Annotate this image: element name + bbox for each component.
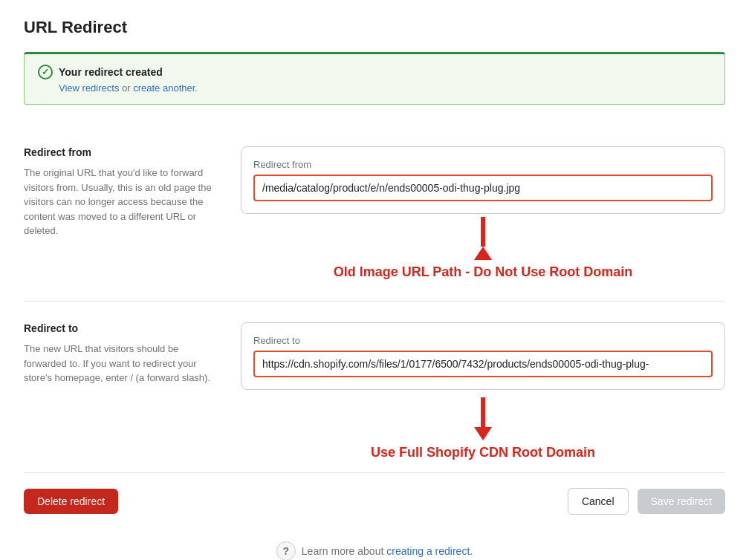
from-annotation-text: Old Image URL Path - Do Not Use Root Dom… [334,264,633,280]
arrow-head-up [474,247,492,260]
success-icon: ✓ [38,65,53,79]
redirect-to-title: Redirect to [24,322,217,334]
learn-more-text: Learn more about creating a redirect. [302,545,473,557]
from-annotation-wrapper: Old Image URL Path - Do Not Use Root Dom… [241,217,725,280]
success-banner-title: ✓ Your redirect created [38,65,711,79]
learn-more-section: ? Learn more about creating a redirect. [24,527,725,560]
to-annotation-wrapper: Use Full Shopify CDN Root Domain [241,397,725,460]
redirect-from-section: Redirect from The original URL that you'… [24,126,725,302]
redirect-to-card-label: Redirect to [253,335,713,346]
arrow-shaft-down [481,397,485,427]
arrow-head-down [474,427,492,440]
redirect-to-desc: The new URL that visitors should be forw… [24,342,217,385]
redirect-to-input[interactable] [253,351,713,377]
footer-bar: Delete redirect Cancel Save redirect [24,472,725,527]
redirect-to-section: Redirect to The new URL that visitors sh… [24,302,725,460]
save-redirect-button[interactable]: Save redirect [638,489,725,514]
redirect-to-right: Redirect to Use Full Shopify CDN Root Do… [241,322,725,460]
redirect-from-card: Redirect from [241,146,725,214]
to-annotation-text: Use Full Shopify CDN Root Domain [371,445,595,460]
view-redirects-link[interactable]: View redirects [59,82,119,94]
redirect-from-desc: The original URL that you'd like to forw… [24,166,217,238]
redirect-from-right: Redirect from Old Image URL Path - Do No… [241,146,725,280]
cancel-button[interactable]: Cancel [568,488,629,515]
redirect-from-input[interactable] [253,175,713,201]
create-another-link[interactable]: create another [133,82,195,94]
arrow-shaft-up [481,217,485,247]
page-title: URL Redirect [24,18,725,37]
success-links: View redirects or create another. [38,82,711,94]
page-wrapper: URL Redirect ✓ Your redirect created Vie… [0,0,749,560]
learn-more-icon: ? [276,541,296,560]
redirect-to-card: Redirect to [241,322,725,390]
footer-right-actions: Cancel Save redirect [568,488,725,515]
redirect-to-left: Redirect to The new URL that visitors sh… [24,322,217,385]
delete-redirect-button[interactable]: Delete redirect [24,489,118,514]
redirect-from-title: Redirect from [24,146,217,158]
redirect-from-left: Redirect from The original URL that you'… [24,146,217,238]
creating-redirect-link[interactable]: creating a redirect [386,545,470,557]
redirect-from-card-label: Redirect from [253,159,713,170]
success-banner: ✓ Your redirect created View redirects o… [24,52,725,105]
